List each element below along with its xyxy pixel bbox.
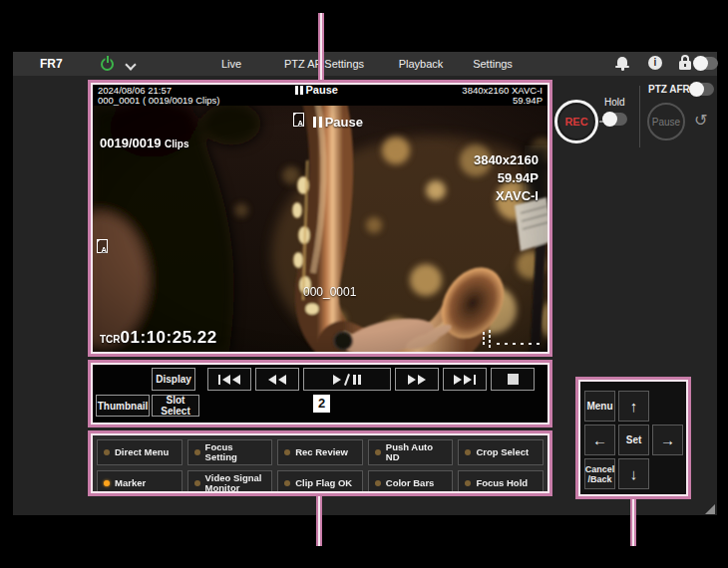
device-name: FR7 [40,57,63,71]
led-indicator [465,480,471,486]
previous-clip-button[interactable] [207,368,251,391]
assign-button-crop-select[interactable]: Crop Select [458,439,544,465]
clip-flag-icon: A [293,113,304,127]
menu-pad-panel: Menu ↑ ← Set → Cancel/Back ↓ [579,381,687,495]
hold-label: Hold [604,97,625,108]
assign-button-color-bars[interactable]: Color Bars [368,470,454,496]
fast-forward-button[interactable] [395,368,439,391]
reset-icon[interactable]: ↺ [694,111,707,130]
audio-level-meter [483,330,543,348]
rec-button[interactable]: REC [554,100,598,143]
cancel-back-button[interactable]: Cancel/Back [584,458,615,489]
controls-divider [639,86,640,147]
led-indicator-active [104,480,110,486]
clip-counter-overlay: 0019/0019 Clips [100,136,189,150]
timecode-overlay: TCR01:10:25.22 [100,328,217,348]
assign-button-clip-flag-ok[interactable]: Clip Flag OK [277,470,363,496]
pause-bars-icon [313,115,325,130]
led-indicator [375,480,381,486]
menu-button[interactable]: Menu [584,391,615,422]
stop-button[interactable] [491,368,535,391]
annotation-callout-line-bottom [316,496,322,546]
play-pause-button[interactable] [303,368,391,391]
assign-button-video-signal-monitor[interactable]: Video Signal Monitor [187,470,273,496]
power-icon[interactable] [101,58,114,71]
assign-button-direct-menu[interactable]: Direct Menu [97,439,182,465]
led-indicator [284,449,290,455]
next-clip-button[interactable] [443,368,487,391]
rewind-button[interactable] [255,368,299,391]
annotation-number-badge: 2 [313,395,330,413]
lock-icon [679,55,691,70]
slot-select-button[interactable]: Slot Select [152,395,199,417]
info-icon[interactable]: i [648,56,662,70]
playback-info-bar: 2024/08/06 21:57 Pause 3840x2160 XAVC-I … [92,84,548,106]
right-arrow-button[interactable]: → [652,425,683,455]
led-indicator [465,449,471,455]
hold-toggle[interactable] [603,113,627,126]
assign-button-push-auto-nd[interactable]: Push Auto ND [368,439,454,465]
app-root: FR7 Live PTZ AF Settings Playback Settin… [0,0,728,568]
playback-framerate: 59.94P [513,95,543,106]
led-indicator [375,449,381,455]
ptz-afr-toggle[interactable] [690,83,714,96]
timecode-value: 01:10:25.22 [121,328,217,347]
assign-button-marker[interactable]: Marker [97,470,182,496]
codec-overlay: XAVC-I [474,187,539,205]
tab-settings[interactable]: Settings [473,58,513,70]
timecode-label: TCR [100,334,121,345]
tab-ptz-af-settings[interactable]: PTZ AF Settings [284,58,364,70]
display-button[interactable]: Display [152,368,195,391]
led-indicator [194,449,200,455]
video-status-overlay: A Pause [293,113,363,130]
left-arrow-button[interactable]: ← [584,425,615,455]
assign-button-focus-setting[interactable]: Focus Setting [187,439,273,465]
top-bar [13,52,717,76]
resize-handle[interactable] [705,504,715,514]
assign-button-focus-hold[interactable]: Focus Hold [458,470,544,496]
video-preview: A Pause 0019/0019 Clips 3840x2160 59.94P… [92,106,548,353]
ptz-afr-label: PTZ AFR [648,84,690,95]
tab-live[interactable]: Live [221,58,241,70]
media-flag-overlay: A [97,239,108,257]
tab-playback[interactable]: Playback [399,58,444,70]
annotation-callout-line-right [630,499,636,546]
media-flag-icon: A [97,239,108,253]
assignable-buttons-panel: Direct Menu Focus Setting Rec Review Pus… [92,434,548,492]
framerate-overlay: 59.94P [474,169,539,187]
pause-button[interactable]: Pause [647,103,685,141]
notification-bell-icon[interactable] [615,56,629,70]
format-overlay: 3840x2160 59.94P XAVC-I [474,151,539,205]
led-indicator [194,480,200,486]
led-indicator [284,480,290,486]
lock-toggle[interactable] [694,57,718,70]
led-indicator [104,449,110,455]
clip-name-overlay: 000_0001 [303,285,356,299]
up-arrow-button[interactable]: ↑ [618,391,649,422]
thumbnail-button[interactable]: Thumbnail [96,395,150,417]
resolution-overlay: 3840x2160 [474,151,539,169]
annotation-callout-line-top [318,13,324,80]
playback-clip-info: 000_0001 ( 0019/0019 Clips) [98,95,220,106]
assign-button-rec-review[interactable]: Rec Review [277,439,363,465]
down-arrow-button[interactable]: ↓ [618,458,649,489]
set-button[interactable]: Set [618,425,649,455]
playback-controls-panel: Display Thumbnail Slot Select 2 [92,364,548,424]
